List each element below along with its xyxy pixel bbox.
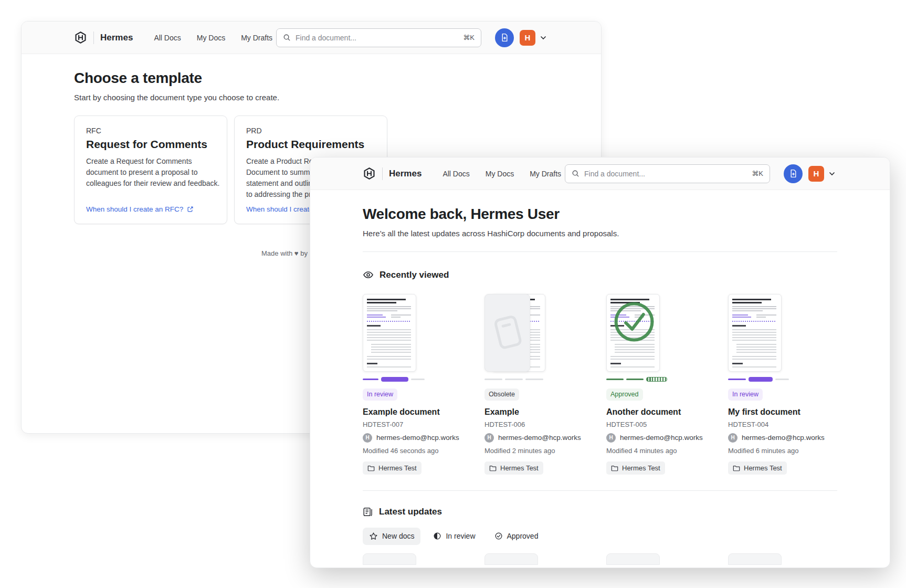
folder-icon: [367, 465, 375, 471]
page-title: Choose a template: [74, 70, 549, 87]
doc-card[interactable]: Approved Another document HDTEST-005 H h…: [606, 294, 715, 475]
app-title: Hermes: [100, 33, 133, 43]
owner-email: hermes-demo@hcp.works: [376, 434, 459, 442]
template-abbrev: RFC: [86, 127, 215, 135]
nav-my-drafts[interactable]: My Drafts: [530, 170, 561, 178]
doc-thumbnail-partial: [484, 553, 538, 565]
template-help-link[interactable]: When should I create an RFC?: [86, 205, 215, 213]
brand[interactable]: Hermes: [363, 167, 422, 180]
divider: [363, 490, 837, 491]
welcome-title: Welcome back, Hermes User: [363, 206, 837, 223]
template-description: Create a Request for Comments document t…: [86, 156, 220, 189]
page-subtitle: Start by choosing the document type you …: [74, 93, 549, 102]
nav-my-drafts[interactable]: My Drafts: [241, 34, 272, 42]
doc-title: Another document: [606, 407, 715, 417]
doc-thumbnail: [728, 294, 837, 372]
list-item: [728, 553, 837, 565]
template-help-link-label: When should I create an RFC?: [86, 205, 183, 213]
nav-all-docs[interactable]: All Docs: [443, 170, 469, 178]
chevron-down-icon[interactable]: [540, 36, 546, 40]
external-link-icon: [187, 206, 194, 213]
list-item: [363, 553, 472, 565]
template-card-rfc[interactable]: RFC Request for Comments Create a Reques…: [74, 116, 227, 224]
status-badge: Obsolete: [484, 388, 519, 401]
doc-progress: [363, 377, 472, 382]
nav-all-docs[interactable]: All Docs: [154, 34, 181, 42]
doc-thumbnail: [363, 294, 472, 372]
doc-card[interactable]: Obsolete Example HDTEST-006 H hermes-dem…: [484, 294, 594, 475]
doc-owner: H hermes-demo@hcp.works: [484, 433, 594, 443]
template-name: Request for Comments: [86, 138, 215, 151]
brand[interactable]: Hermes: [74, 31, 133, 44]
app-title: Hermes: [389, 169, 422, 179]
doc-modified: Modified 6 minutes ago: [728, 447, 837, 455]
doc-owner: H hermes-demo@hcp.works: [363, 433, 472, 443]
doc-owner: H hermes-demo@hcp.works: [606, 433, 715, 443]
doc-modified: Modified 46 seconds ago: [363, 447, 472, 455]
doc-title: My first document: [728, 407, 837, 417]
tab-in-review[interactable]: In review: [427, 528, 481, 544]
doc-progress: [484, 377, 594, 382]
doc-modified: Modified 2 minutes ago: [484, 447, 594, 455]
doc-progress: [728, 377, 837, 382]
tab-approved[interactable]: Approved: [488, 528, 545, 544]
made-with-footer: Made with ♥ by: [261, 249, 308, 257]
project-name: Hermes Test: [500, 464, 539, 472]
search-bar[interactable]: ⌘K: [276, 28, 481, 47]
brand-divider: [93, 32, 94, 44]
doc-card[interactable]: In review My first document HDTEST-004 H…: [728, 294, 837, 475]
doc-preview: [728, 294, 782, 372]
progress-segment: [749, 377, 773, 382]
project-badge[interactable]: Hermes Test: [363, 461, 422, 475]
nav-my-docs[interactable]: My Docs: [197, 34, 225, 42]
list-item: [606, 553, 715, 565]
latest-updates-tabs: New docs In review Approved: [363, 528, 837, 545]
status-badge: In review: [363, 388, 397, 401]
check-circle-icon: [494, 532, 503, 540]
project-badge[interactable]: Hermes Test: [728, 461, 787, 475]
folder-icon: [489, 465, 497, 471]
recently-viewed-header: Recently viewed: [363, 269, 837, 280]
new-document-button[interactable]: [784, 164, 803, 183]
search-input[interactable]: [296, 34, 458, 42]
app-header: Hermes All Docs My Docs My Drafts ⌘K H: [310, 158, 890, 190]
chevron-down-icon[interactable]: [829, 172, 835, 176]
doc-progress: [606, 377, 715, 382]
search-shortcut: ⌘K: [752, 170, 763, 177]
doc-card[interactable]: In review Example document HDTEST-007 H …: [363, 294, 472, 475]
tab-new-docs[interactable]: New docs: [363, 528, 420, 545]
star-icon: [369, 532, 378, 541]
app-header: Hermes All Docs My Docs My Drafts ⌘K H: [22, 22, 601, 54]
new-document-button[interactable]: [495, 28, 514, 47]
doc-number: HDTEST-006: [484, 421, 594, 428]
new-document-icon: [788, 169, 798, 178]
nav-my-docs[interactable]: My Docs: [486, 170, 514, 178]
project-name: Hermes Test: [744, 464, 782, 472]
doc-thumbnail: [606, 294, 715, 372]
archive-box-icon: [490, 311, 525, 355]
latest-updates-header: Latest updates: [363, 507, 837, 517]
search-input[interactable]: [584, 170, 747, 178]
project-name: Hermes Test: [622, 464, 660, 472]
template-abbrev: PRD: [246, 127, 375, 135]
doc-thumbnail-partial: [606, 553, 660, 565]
tab-label: New docs: [382, 532, 414, 540]
project-badge[interactable]: Hermes Test: [606, 461, 665, 475]
search-bar[interactable]: ⌘K: [565, 164, 770, 183]
user-avatar[interactable]: H: [808, 166, 824, 182]
hashicorp-logo-icon: [363, 167, 376, 180]
project-badge[interactable]: Hermes Test: [484, 461, 543, 475]
divider: [363, 251, 837, 252]
desktop-stage: Hermes All Docs My Docs My Drafts ⌘K H: [0, 0, 906, 588]
new-document-icon: [500, 33, 510, 43]
progress-segment: [728, 379, 746, 380]
progress-segment: [606, 379, 624, 380]
owner-email: hermes-demo@hcp.works: [620, 434, 703, 442]
main-nav: All Docs My Docs My Drafts: [154, 34, 272, 42]
doc-thumbnail-partial: [728, 553, 782, 565]
progress-segment: [626, 379, 644, 380]
user-avatar[interactable]: H: [520, 30, 535, 46]
doc-thumbnail-partial: [363, 553, 416, 565]
progress-segment: [775, 379, 789, 380]
folder-icon: [733, 465, 740, 471]
